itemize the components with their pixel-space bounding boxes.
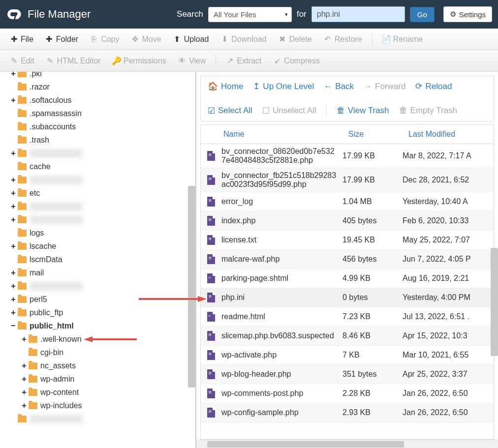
empty-trash-button[interactable]: 🗑Empty Trash [399,106,457,116]
edit-button[interactable]: ✎Edit [5,54,39,68]
tree-toggle[interactable]: + [21,374,28,384]
download-button[interactable]: ⬇Download [216,32,271,47]
permissions-button[interactable]: 🔑Permissions [108,54,171,68]
tree-item[interactable]: +hidden [4,213,195,226]
select-all-button[interactable]: ☑Select All [208,106,252,116]
tree-item[interactable]: .subaccounts [4,120,195,133]
tree-item[interactable]: logs [4,226,195,239]
table-row[interactable]: index.php405 bytesFeb 6, 2020, 10:33 [201,211,494,231]
tree-item[interactable]: −public_html [4,319,195,332]
tree-toggle[interactable]: + [10,202,17,211]
col-size[interactable]: Size [342,125,403,144]
table-row[interactable]: wp-config-sample.php2.93 KBJan 26, 2022,… [201,403,494,422]
view-trash-button[interactable]: 🗑View Trash [337,106,389,116]
tree-toggle[interactable]: + [10,268,17,278]
table-row[interactable]: bv_connector_fb251c518b29283ac0023f3d95f… [201,168,494,192]
tree-item[interactable]: +.pki [4,72,195,80]
tree-toggle[interactable]: + [10,175,17,185]
forward-button[interactable]: →Forward [364,82,405,91]
tree-item[interactable]: hidden [4,412,195,425]
tree-item[interactable]: .razor [4,80,195,93]
go-button[interactable]: Go [410,7,435,22]
restore-button[interactable]: ↶Restore [319,32,367,47]
tree-item[interactable]: +hidden [4,200,195,213]
unselect-all-button[interactable]: ☐Unselect All [262,106,316,116]
table-row[interactable]: slicemap.php.bv6083.suspected8.46 KBApr … [201,327,494,346]
tree-item[interactable]: .trash [4,133,195,147]
file-button[interactable]: ✚File [5,32,38,47]
tree-toggle[interactable]: + [21,401,28,411]
home-button[interactable]: 🏠Home [208,81,243,91]
table-row[interactable]: wp-activate.php7 KBMar 10, 2021, 6:55 [201,346,494,365]
home-icon: 🏠 [208,81,218,91]
tree-item[interactable]: +nc_assets [4,359,195,372]
search-input[interactable] [311,6,405,22]
tree-item[interactable]: +public_ftp [4,306,195,319]
upload-button[interactable]: ⬆Upload [168,32,214,47]
reload-button[interactable]: ⟳Reload [415,81,452,91]
tree-item[interactable]: +lscache [4,239,195,253]
folder-button[interactable]: ✚Folder [40,32,83,47]
content-scrollbar[interactable] [491,248,498,356]
table-row[interactable]: readme.html7.23 KBJul 13, 2022, 6:51 . [201,307,494,327]
tree-toggle[interactable]: + [10,149,17,158]
file-modified: Yesterday, 10:40 A [403,197,494,206]
tree-toggle[interactable]: + [10,72,17,79]
back-button[interactable]: ←Back [324,82,354,91]
tree-toggle[interactable]: + [10,215,17,225]
tree-toggle[interactable]: + [21,334,28,344]
tree-item[interactable]: +wp-content [4,386,195,399]
up-button[interactable]: ↥Up One Level [253,81,314,91]
tree-toggle[interactable]: + [10,188,17,198]
table-row[interactable]: wp-comments-post.php2.28 KBJan 26, 2022,… [201,384,494,403]
table-row[interactable]: bv_connector_08620ed0b7e5327e48048483c5f… [201,144,494,168]
tree-item[interactable]: +perl5 [4,293,195,306]
tree-item[interactable]: +etc [4,186,195,200]
tree-item[interactable]: lscmData [4,253,195,266]
tree-item[interactable]: cache [4,160,195,173]
search-scope-select[interactable]: All Your Files [208,7,292,22]
tree-toggle[interactable]: + [10,241,17,251]
sidebar-scrollbar[interactable] [188,186,195,388]
table-row[interactable]: error_log1.04 MBYesterday, 10:40 A [201,192,494,211]
tree-item[interactable]: +.softaculous [4,93,195,107]
horizontal-scrollbar[interactable] [196,440,498,448]
tree-item[interactable]: +hidden [4,173,195,186]
table-row[interactable]: parking-page.shtml4.99 KBAug 16, 2019, 2… [201,269,494,288]
tree-toggle[interactable]: + [10,95,17,105]
tree-toggle[interactable]: − [10,321,17,331]
col-name[interactable]: Name [201,125,342,144]
tree-item[interactable]: .spamassassin [4,107,195,120]
folder-icon [29,376,37,383]
tree-toggle[interactable]: + [21,388,28,397]
extract-button[interactable]: ↗Extract [221,54,266,68]
rename-button[interactable]: 📄Rename [377,32,428,47]
tree-item[interactable]: +hidden [4,279,195,293]
tree-toggle[interactable]: + [21,361,28,371]
tree-item[interactable]: cgi-bin [4,346,195,359]
move-button[interactable]: ✥Move [126,32,166,47]
tree-item[interactable]: +wp-admin [4,372,195,386]
col-modified[interactable]: Last Modified [403,125,494,144]
tree-toggle[interactable]: + [10,308,17,318]
folder-tree[interactable]: +.pki.razor+.softaculous.spamassassin.su… [0,72,196,448]
html-editor-button[interactable]: ✎HTML Editor [41,54,106,68]
copy-button[interactable]: ⎘Copy [85,32,124,47]
table-row[interactable]: php.ini0 bytesYesterday, 4:00 PM [201,288,494,307]
view-button[interactable]: 👁View [173,54,211,68]
tree-item[interactable]: +wp-includes [4,399,195,412]
tree-toggle[interactable]: + [10,281,17,291]
table-row[interactable]: malcare-waf.php456 bytesJun 7, 2022, 4:0… [201,250,494,269]
settings-button[interactable]: ⚙ Settings [443,6,492,22]
compress-button[interactable]: ↙Compress [268,54,325,68]
table-row[interactable]: license.txt19.45 KBMay 25, 2022, 7:07 [201,231,494,250]
tree-toggle[interactable]: + [10,295,17,304]
separator [216,54,216,68]
edit-icon: ✎ [10,57,18,65]
file-icon-cell [201,197,221,207]
tree-item[interactable]: +mail [4,266,195,279]
table-row[interactable]: wp-blog-header.php351 bytesApr 25, 2022,… [201,365,494,384]
delete-button[interactable]: ✖Delete [273,32,316,47]
tree-item[interactable]: +hidden [4,147,195,160]
tree-item[interactable]: +.well-known [4,332,195,346]
